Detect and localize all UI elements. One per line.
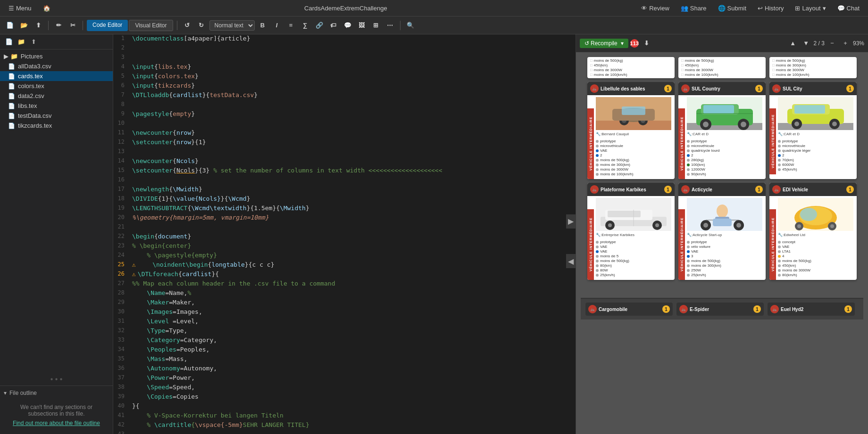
share-button[interactable]: 👥 Share (676, 3, 711, 14)
history-button[interactable]: ↩ History (753, 3, 788, 14)
code-line: 14\newcounter{Ncols} (113, 157, 576, 166)
code-line: 12\setcounter{nrow}{1} (113, 138, 576, 147)
list-btn[interactable]: ≡ (285, 19, 297, 32)
card-maker-3: 🔧:CAR et D (778, 131, 853, 137)
card-stripe-5: VÉHICULE INTERMÉDIAIRE (678, 209, 685, 280)
bottom-card-cargomobile: 🚲 Cargomobile 1 (585, 303, 673, 316)
visual-editor-tab[interactable]: Visual Editor (129, 20, 173, 31)
file-name: data2.csv (18, 92, 44, 99)
upload-file-btn[interactable]: ⬆ (28, 37, 39, 47)
card-body-wrapper-4: VÉHICULE INTERMÉDIAIRE (587, 196, 675, 280)
code-line: 7\DTLloaddb{cardlist}{testData.csv} (113, 91, 576, 100)
card-body-wrapper-5: VÉHICULE INTERMÉDIAIRE (678, 196, 766, 280)
table-btn[interactable]: ⊞ (370, 19, 382, 32)
svg-point-26 (832, 122, 837, 126)
code-editor-tab[interactable]: Code Editor (87, 20, 128, 31)
bike-icon-6: 🚲 (772, 185, 781, 194)
file-sidebar: 📄 📁 ⬆ ▶ 📁 Pictures 📄 allData3.csv 📄 card… (0, 34, 113, 434)
submit-button[interactable]: 🌐 Submit (713, 3, 751, 14)
card-body-wrapper-6: VÉHICULE INTERMÉDIAIRE (769, 196, 857, 280)
file-outline-header[interactable]: ▾ File outline (4, 390, 109, 396)
math-btn[interactable]: ∑ (299, 19, 311, 32)
file-name: allData3.csv (18, 63, 51, 70)
pdf-toolbar: ↺ Recompile ▾ 113 ⬇ ▲ ▼ 2 / 3 − + 93% (576, 34, 868, 52)
code-line: 41 % V-Space-Korrektur bei langen Titeln (113, 411, 576, 421)
code-line: 18\DIVIDE{1}{\value{Ncols}}{\Wcmd} (113, 195, 576, 204)
menu-button[interactable]: ☰ Menu (4, 3, 36, 14)
comment-btn[interactable]: 💬 (342, 19, 354, 32)
cut-btn[interactable]: ✂ (67, 19, 79, 32)
open-folder-btn[interactable]: 📂 (18, 19, 30, 32)
outline-link[interactable]: Find out more about the file outline (13, 420, 100, 426)
card-stripe-2: VÉHICULE INTERMÉDIAIRE (678, 108, 685, 179)
card-title-1: Libellule des sables (601, 86, 662, 91)
card-body-wrapper-2: VÉHICULE INTERMÉDIAIRE (678, 95, 766, 179)
card-row-1: 🚲 Libellule des sables 1 VÉHICULE INTERM… (581, 82, 863, 179)
recompile-button[interactable]: ↺ Recompile ▾ (580, 39, 628, 48)
folder-pictures[interactable]: ▶ 📁 Pictures (0, 51, 113, 61)
bottom-card-euelhyd2: 🚲 Euel Hyd2 1 (768, 303, 855, 316)
pencil-btn[interactable]: ✏ (52, 19, 65, 32)
file-colors-tex[interactable]: 📄 colors.tex (0, 81, 113, 91)
card-image-1 (596, 97, 671, 130)
new-file-btn[interactable]: 📄 (4, 19, 16, 32)
link-btn[interactable]: 🔗 (313, 19, 326, 32)
home-button[interactable]: 🏠 (38, 3, 55, 14)
nav-right-arrow[interactable]: ▶ (566, 214, 576, 229)
download-btn[interactable]: ⬇ (641, 37, 653, 49)
image-btn[interactable]: 🖼 (356, 19, 368, 32)
format-select[interactable]: Normal text (209, 20, 255, 31)
outline-message: We can't find any sections or subsection… (8, 404, 105, 417)
svg-rect-27 (794, 105, 825, 114)
nav-left-arrow[interactable]: ◀ (566, 254, 576, 268)
new-folder-btn[interactable]: 📁 (16, 37, 26, 47)
zoom-in-btn[interactable]: + (840, 38, 851, 49)
code-content[interactable]: 1\documentclass[a4paper]{article} 2 3 4\… (113, 34, 576, 434)
code-line: 36 \Autonomy=Autonomy, (113, 364, 576, 374)
svg-point-33 (608, 223, 612, 227)
code-line: 17\newlength{\Mwidth} (113, 185, 576, 195)
search-btn[interactable]: 🔍 (404, 19, 417, 32)
pdf-content[interactable]: □moins de 500(kg) □450(km) □moins de 300… (576, 52, 868, 434)
file-icon: 📄 (8, 93, 15, 99)
page-down-btn[interactable]: ▼ (801, 38, 812, 49)
file-data2[interactable]: 📄 data2.csv (0, 91, 113, 101)
svg-point-53 (797, 224, 801, 228)
review-button[interactable]: 👁 Review (636, 3, 674, 14)
card-row-2: 🚲 Plateforme Karbikes 1 VÉHICULE INTERMÉ… (581, 183, 863, 280)
card-title-2: SUL Country (692, 86, 753, 91)
editor-tabs: Code Editor Visual Editor (87, 20, 173, 31)
file-testdata[interactable]: 📄 testData.csv (0, 111, 113, 121)
undo-btn[interactable]: ↺ (181, 19, 193, 32)
card-badge-6: 1 (846, 186, 854, 193)
code-line: 29 \Maker=Maker, (113, 298, 576, 308)
upload-btn[interactable]: ⬆ (32, 19, 44, 32)
zoom-out-btn[interactable]: − (826, 38, 838, 49)
bike-icon-8: 🚲 (679, 305, 688, 313)
page-up-btn[interactable]: ▲ (787, 38, 799, 49)
file-outline-content: We can't find any sections or subsection… (4, 400, 109, 430)
svg-rect-46 (713, 219, 732, 226)
new-doc-btn[interactable]: 📄 (4, 37, 14, 47)
chat-button[interactable]: 💬 Chat (833, 3, 864, 14)
layout-button[interactable]: ⊞ Layout ▾ (790, 3, 830, 14)
tag-btn[interactable]: 🏷 (327, 19, 340, 32)
bold-btn[interactable]: B (257, 19, 269, 32)
code-line: 43 (113, 430, 576, 434)
redo-btn[interactable]: ↻ (195, 19, 208, 32)
italic-btn[interactable]: I (271, 19, 283, 32)
code-line: 26⚠\DTLforeach{cardlist}{ (113, 270, 576, 279)
code-line: 42 % \cardtitle{\vspace{-5mm}SEHR LANGER… (113, 421, 576, 430)
card-header-2: 🚲 SUL Country 1 (678, 82, 766, 95)
card-props-4: prototype VAE VAE moins de 5 moins de 50… (596, 239, 671, 278)
file-libs-tex[interactable]: 📄 libs.tex (0, 101, 113, 111)
code-line: 19\LENGTHSUBTRACT{\Wcmd\textwidth}{1.5em… (113, 204, 576, 213)
bike-icon-7: 🚲 (588, 305, 597, 313)
file-tikzcards[interactable]: 📄 tikzcards.tex (0, 121, 113, 131)
file-alldata3[interactable]: 📄 allData3.csv (0, 61, 113, 71)
file-cards-tex[interactable]: 📄 cards.tex ⋯ (0, 71, 113, 81)
svg-point-43 (736, 223, 741, 228)
file-sidebar-toolbar: 📄 📁 ⬆ (0, 34, 113, 49)
more-btn[interactable]: ⋯ (384, 19, 396, 32)
code-line: 31 \Level =Level, (113, 317, 576, 327)
